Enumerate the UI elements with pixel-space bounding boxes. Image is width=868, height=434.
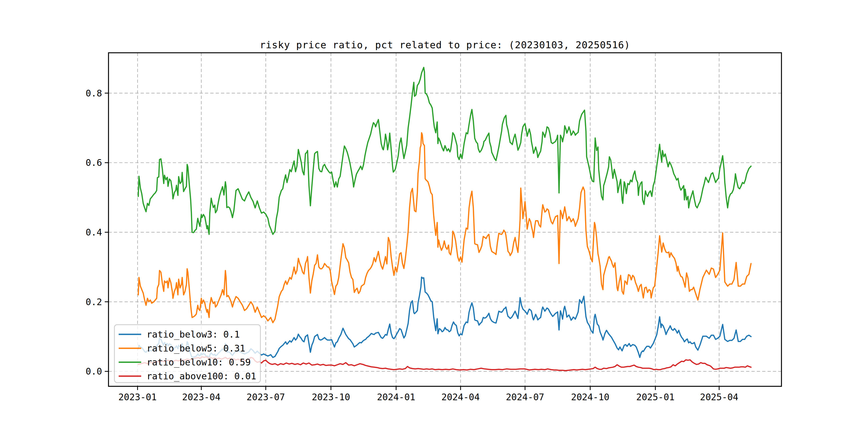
- x-tick-label: 2023-04: [182, 392, 220, 402]
- chart-title: risky price ratio, pct related to price:…: [259, 39, 630, 50]
- y-tick-label: 0.2: [86, 297, 102, 307]
- x-tick-label: 2025-01: [636, 392, 675, 402]
- x-tick-label: 2024-07: [506, 392, 544, 402]
- line-chart: risky price ratio, pct related to price:…: [0, 0, 868, 434]
- legend-label-ratio_below10: ratio_below10: 0.59: [147, 357, 251, 368]
- y-tick-label: 0.4: [86, 227, 102, 238]
- legend: ratio_below3: 0.1ratio_below5: 0.31ratio…: [114, 325, 260, 382]
- x-tick-label: 2024-04: [441, 392, 480, 402]
- x-tick-label: 2023-07: [246, 392, 285, 402]
- x-tick-label: 2024-01: [377, 392, 415, 402]
- x-tick-label: 2023-01: [118, 392, 157, 402]
- x-tick-label: 2024-10: [571, 392, 609, 402]
- figure: risky price ratio, pct related to price:…: [0, 0, 868, 434]
- x-tick-label: 2025-04: [700, 392, 738, 402]
- y-tick-label: 0.6: [86, 157, 102, 168]
- legend-label-ratio_above100: ratio_above100: 0.01: [147, 371, 256, 382]
- legend-label-ratio_below5: ratio_below5: 0.31: [147, 343, 245, 354]
- y-tick-label: 0.0: [86, 366, 102, 377]
- y-tick-label: 0.8: [86, 88, 102, 99]
- legend-label-ratio_below3: ratio_below3: 0.1: [147, 329, 240, 340]
- x-tick-label: 2023-10: [312, 392, 350, 402]
